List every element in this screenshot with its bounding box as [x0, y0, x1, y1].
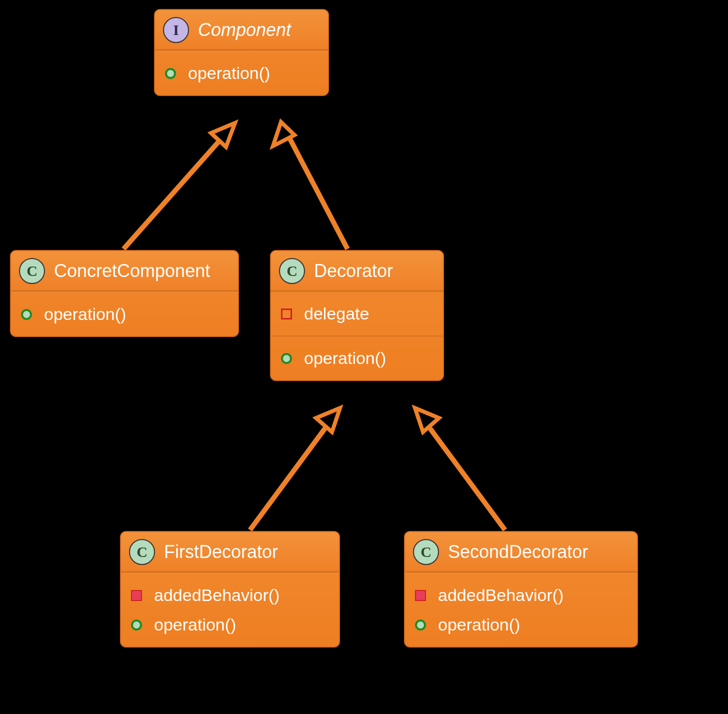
members-section: operation()	[155, 51, 328, 95]
member-label: addedBehavior()	[438, 586, 564, 605]
member-label: operation()	[438, 615, 520, 634]
attribute-delegate: delegate	[281, 299, 433, 328]
class-second-decorator: C SecondDecorator addedBehavior() operat…	[404, 531, 638, 648]
class-title: ConcretComponent	[54, 260, 210, 282]
member-operation: operation()	[415, 610, 627, 640]
member-label: operation()	[44, 304, 126, 324]
class-icon: C	[129, 539, 155, 565]
visibility-public-icon	[281, 353, 292, 364]
edge-first-to-decorator	[250, 408, 340, 530]
visibility-public-icon	[131, 620, 142, 630]
edge-second-to-decorator	[415, 408, 505, 530]
edge-decorator-to-component	[273, 122, 348, 249]
member-added-behavior: addedBehavior()	[131, 580, 329, 610]
visibility-private-icon	[281, 308, 292, 320]
visibility-public-icon	[21, 309, 32, 320]
class-header: C ConcretComponent	[11, 251, 238, 291]
member-operation: operation()	[281, 344, 433, 373]
interface-icon: I	[163, 17, 189, 43]
visibility-private-icon	[131, 590, 142, 601]
attributes-section: delegate	[271, 291, 443, 336]
member-label: operation()	[188, 64, 270, 83]
svg-marker-3	[273, 122, 294, 146]
class-header: C Decorator	[271, 251, 443, 291]
member-label: operation()	[304, 348, 386, 368]
visibility-public-icon	[415, 620, 426, 630]
member-added-behavior: addedBehavior()	[415, 580, 627, 610]
class-header: I Component	[155, 10, 328, 50]
member-label: operation()	[154, 615, 236, 634]
class-header: C SecondDecorator	[405, 532, 637, 572]
class-icon: C	[413, 539, 439, 565]
member-label: addedBehavior()	[154, 586, 280, 605]
svg-marker-5	[316, 408, 340, 432]
member-operation: operation()	[165, 58, 318, 88]
svg-line-4	[250, 425, 328, 530]
class-header: C FirstDecorator	[121, 532, 339, 572]
visibility-private-icon	[415, 590, 426, 601]
class-title: FirstDecorator	[164, 542, 278, 562]
attribute-label: delegate	[304, 304, 369, 324]
class-decorator: C Decorator delegate operation()	[270, 250, 444, 381]
class-title: Decorator	[314, 260, 393, 282]
members-section: operation()	[11, 292, 238, 336]
svg-marker-7	[415, 408, 439, 432]
class-component: I Component operation()	[154, 9, 329, 96]
class-title: SecondDecorator	[448, 542, 588, 562]
class-icon: C	[279, 258, 305, 284]
class-concret-component: C ConcretComponent operation()	[10, 250, 239, 337]
edge-concret-to-component	[124, 123, 235, 249]
svg-line-2	[290, 139, 348, 249]
class-icon: C	[19, 258, 45, 284]
members-section: operation()	[271, 336, 443, 380]
visibility-public-icon	[165, 68, 176, 79]
class-first-decorator: C FirstDecorator addedBehavior() operati…	[120, 531, 340, 648]
svg-line-0	[124, 139, 221, 249]
svg-line-6	[428, 425, 505, 530]
class-title: Component	[198, 20, 291, 40]
member-operation: operation()	[131, 610, 329, 640]
members-section: addedBehavior() operation()	[405, 573, 637, 646]
members-section: addedBehavior() operation()	[121, 573, 339, 646]
svg-marker-1	[211, 123, 235, 147]
member-operation: operation()	[21, 300, 228, 329]
